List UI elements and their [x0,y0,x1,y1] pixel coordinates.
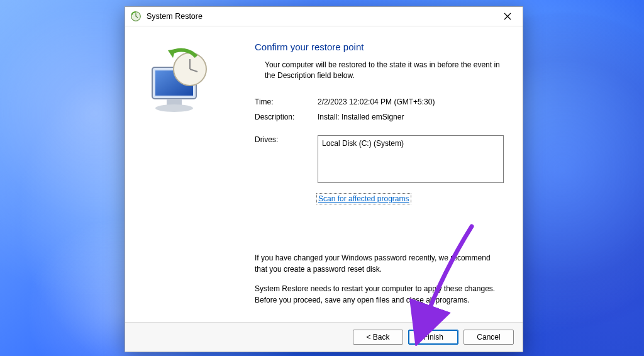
description-label: Description: [255,113,318,121]
main-panel: Confirm your restore point Your computer… [247,26,523,322]
system-restore-icon [130,11,142,22]
password-note: If you have changed your Windows passwor… [255,253,504,275]
page-subtext: Your computer will be restored to the st… [265,60,504,81]
finish-button[interactable]: Finish [408,330,458,345]
close-icon [504,13,511,20]
back-button[interactable]: < Back [353,330,403,345]
scan-affected-programs-link[interactable]: Scan for affected programs [318,194,410,203]
drives-row: Drives: Local Disk (C:) (System) [255,135,504,183]
time-value: 2/2/2023 12:02:04 PM (GMT+5:30) [318,97,504,106]
restore-graphic-icon [136,114,218,123]
page-heading: Confirm your restore point [255,42,504,52]
time-label: Time: [255,97,318,106]
footer-notes: If you have changed your Windows passwor… [255,253,504,314]
desktop-background: System Restore [0,0,644,356]
system-restore-window: System Restore [125,6,523,352]
svg-marker-11 [168,49,175,58]
close-button[interactable] [496,8,519,25]
drives-listbox[interactable]: Local Disk (C:) (System) [318,135,504,183]
description-value: Install: Installed emSigner [318,113,504,121]
svg-point-7 [155,104,193,112]
description-row: Description: Install: Installed emSigner [255,113,504,121]
drives-label: Drives: [255,135,318,144]
titlebar: System Restore [125,7,523,26]
time-row: Time: 2/2/2023 12:02:04 PM (GMT+5:30) [255,97,504,106]
content-area: Confirm your restore point Your computer… [125,26,523,322]
svg-rect-6 [167,99,182,105]
window-title: System Restore [147,12,496,21]
restart-note: System Restore needs to restart your com… [255,284,504,306]
cancel-button[interactable]: Cancel [464,330,514,345]
drive-item[interactable]: Local Disk (C:) (System) [322,139,499,148]
sidebar [125,26,247,322]
button-row: < Back Finish Cancel [125,322,523,352]
